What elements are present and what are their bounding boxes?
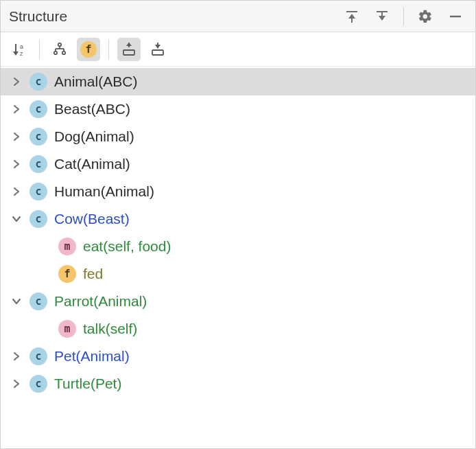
chevron-down-icon[interactable] bbox=[9, 294, 24, 309]
tree-row-parrot-talk[interactable]: mtalk(self) bbox=[1, 315, 475, 343]
chevron-right-icon[interactable] bbox=[9, 74, 24, 89]
tree-item-label: Turtle(Pet) bbox=[54, 376, 121, 392]
tree-item-label: fed bbox=[83, 266, 103, 282]
tree-row-turtle[interactable]: cTurtle(Pet) bbox=[1, 370, 475, 398]
toolbar: a z f bbox=[1, 32, 475, 67]
tree-row-dog[interactable]: cDog(Animal) bbox=[1, 123, 475, 150]
tree-item-label: Cow(Beast) bbox=[54, 211, 130, 227]
tree-item-label: eat(self, food) bbox=[83, 238, 171, 255]
header-separator bbox=[403, 8, 404, 25]
chevron-right-icon[interactable] bbox=[9, 349, 24, 364]
structure-panel: Structure bbox=[0, 0, 476, 449]
structure-tree[interactable]: cAnimal(ABC)cBeast(ABC)cDog(Animal)cCat(… bbox=[1, 67, 475, 448]
tree-row-cow-fed[interactable]: ffed bbox=[1, 260, 475, 288]
header-icons bbox=[340, 5, 467, 28]
autoscroll-to-source-button[interactable] bbox=[117, 38, 141, 61]
chevron-down-icon[interactable] bbox=[9, 211, 24, 227]
expand-all-button[interactable] bbox=[340, 5, 364, 28]
tree-row-cow-eat[interactable]: meat(self, food) bbox=[1, 233, 475, 260]
svg-text:z: z bbox=[20, 50, 23, 57]
tree-row-human[interactable]: cHuman(Animal) bbox=[1, 178, 475, 205]
svg-rect-21 bbox=[152, 50, 163, 55]
class-icon: c bbox=[29, 128, 47, 146]
sort-alphabetically-button[interactable]: a z bbox=[8, 38, 31, 61]
tree-row-parrot[interactable]: cParrot(Animal) bbox=[1, 288, 475, 315]
svg-point-16 bbox=[54, 51, 57, 54]
class-icon: c bbox=[29, 73, 47, 91]
svg-text:a: a bbox=[20, 43, 23, 50]
class-icon: c bbox=[29, 347, 47, 365]
chevron-right-icon[interactable] bbox=[9, 376, 24, 391]
hide-button[interactable] bbox=[444, 5, 467, 28]
panel-title: Structure bbox=[9, 8, 340, 25]
tree-item-label: Beast(ABC) bbox=[54, 101, 130, 117]
svg-marker-8 bbox=[13, 51, 19, 56]
svg-marker-20 bbox=[126, 43, 132, 46]
tree-item-label: Pet(Animal) bbox=[54, 348, 130, 365]
field-filter-icon: f bbox=[80, 41, 97, 58]
settings-button[interactable] bbox=[414, 5, 437, 28]
tree-row-animal[interactable]: cAnimal(ABC) bbox=[1, 68, 475, 95]
svg-marker-5 bbox=[379, 16, 385, 21]
field-icon: f bbox=[58, 265, 76, 283]
svg-point-17 bbox=[62, 51, 65, 54]
method-icon: m bbox=[58, 238, 76, 255]
class-icon: c bbox=[29, 183, 47, 200]
tree-item-label: Parrot(Animal) bbox=[54, 293, 147, 310]
tree-row-pet[interactable]: cPet(Animal) bbox=[1, 343, 475, 370]
class-icon: c bbox=[29, 210, 47, 228]
tree-item-label: Cat(Animal) bbox=[54, 156, 130, 172]
tree-row-cat[interactable]: cCat(Animal) bbox=[1, 150, 475, 178]
tree-item-label: Dog(Animal) bbox=[54, 128, 134, 145]
tree-item-label: Animal(ABC) bbox=[54, 73, 137, 90]
tree-item-label: Human(Animal) bbox=[54, 183, 154, 200]
panel-header: Structure bbox=[1, 1, 475, 32]
svg-marker-23 bbox=[155, 45, 160, 49]
svg-marker-1 bbox=[348, 14, 355, 19]
toolbar-separator-2 bbox=[108, 39, 109, 60]
chevron-right-icon[interactable] bbox=[9, 184, 24, 199]
svg-point-11 bbox=[58, 43, 61, 45]
collapse-all-button[interactable] bbox=[370, 5, 394, 28]
chevron-right-icon[interactable] bbox=[9, 157, 24, 172]
show-fields-button[interactable]: f bbox=[77, 38, 100, 61]
class-icon: c bbox=[29, 100, 47, 118]
show-inherited-button[interactable] bbox=[48, 38, 71, 61]
class-icon: c bbox=[29, 155, 47, 173]
class-icon: c bbox=[29, 375, 47, 393]
chevron-right-icon[interactable] bbox=[9, 129, 24, 144]
tree-item-label: talk(self) bbox=[83, 321, 137, 337]
tree-row-cow[interactable]: cCow(Beast) bbox=[1, 205, 475, 233]
method-icon: m bbox=[58, 320, 76, 338]
autoscroll-from-source-button[interactable] bbox=[146, 38, 169, 61]
toolbar-separator bbox=[39, 39, 40, 60]
tree-row-beast[interactable]: cBeast(ABC) bbox=[1, 95, 475, 123]
chevron-right-icon[interactable] bbox=[9, 102, 24, 117]
class-icon: c bbox=[29, 292, 47, 310]
svg-rect-18 bbox=[123, 50, 134, 55]
